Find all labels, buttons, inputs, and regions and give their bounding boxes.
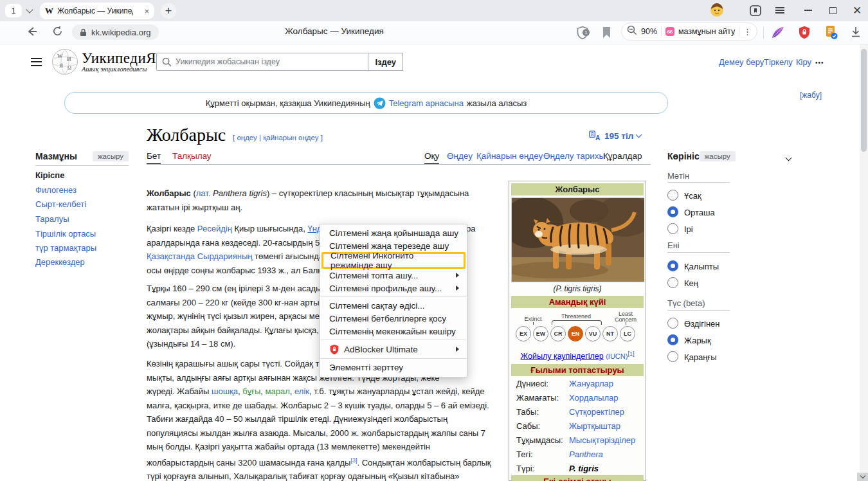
menu-open-new-window[interactable]: Сілтемені жаңа терезеде ашу: [320, 239, 467, 252]
browser-menu-button[interactable]: [769, 0, 791, 21]
family-link[interactable]: Мысықтәрізділер: [569, 435, 635, 445]
iucn-ex[interactable]: EX: [516, 326, 531, 341]
downloads-button[interactable]: [850, 26, 862, 41]
iucn-lc[interactable]: LC: [620, 326, 635, 341]
tab-read[interactable]: Оқу: [424, 151, 439, 164]
zoom-level[interactable]: 90%: [641, 27, 657, 36]
radio-color-light[interactable]: [667, 334, 678, 345]
yandex-extension-button[interactable]: [771, 26, 784, 42]
inline-link[interactable]: [3]: [350, 457, 357, 464]
wiki-wordmark[interactable]: УикипедиЯ Ашық энциклопедиясы: [82, 50, 156, 73]
menu-open-new-tab[interactable]: Сілтемені жаңа қойыншада ашу: [320, 226, 467, 239]
appearance-hide-button[interactable]: жасыру: [700, 151, 736, 161]
toc-hide-button[interactable]: жасыру: [93, 151, 129, 161]
radio-width-standard[interactable]: [667, 260, 678, 271]
document-extension-button[interactable]: [824, 25, 838, 42]
toc-item-habitat[interactable]: Тіршілік ортасы: [35, 229, 96, 239]
read-aloud-button[interactable]: мазмұнын айту: [678, 27, 735, 36]
menu-open-in-profile[interactable]: Сілтемені профильде ашу...: [320, 282, 467, 295]
inline-link[interactable]: Ресейдің: [197, 224, 232, 233]
endangered-link[interactable]: Жойылу қаупіндегілер: [521, 352, 604, 361]
radio-color-auto[interactable]: [667, 318, 678, 329]
profile-avatar[interactable]: [706, 0, 728, 21]
login-link[interactable]: Кіру: [796, 57, 811, 67]
tab-counter-badge[interactable]: 1: [5, 4, 22, 17]
tab-panel-button[interactable]: [745, 0, 766, 21]
inline-link[interactable]: шошқа: [212, 386, 238, 396]
inline-link[interactable]: Қазақстанда: [147, 251, 195, 261]
menu-save-link-as[interactable]: Сілтемені сақтау әдісі...: [320, 299, 467, 312]
back-button[interactable]: [26, 25, 39, 41]
header-more-icon[interactable]: •••: [815, 59, 824, 66]
donate-link[interactable]: Демеу беру: [719, 57, 764, 67]
inline-link[interactable]: Сырдарияның: [197, 251, 253, 261]
radio-label-small[interactable]: Ұсақ: [684, 191, 701, 201]
register-link[interactable]: Тіркелу: [764, 57, 793, 67]
scrollbar-down-button[interactable]: [857, 473, 868, 481]
restore-button[interactable]: [822, 0, 844, 21]
radio-label-standard[interactable]: Орташа: [684, 208, 715, 217]
class-link[interactable]: Сүтқоректілер: [569, 407, 624, 417]
radio-width-wide[interactable]: [667, 277, 678, 288]
new-tab-button[interactable]: +: [161, 3, 176, 19]
language-selector[interactable]: A 195 тіл: [589, 131, 641, 141]
kingdom-link[interactable]: Жануарлар: [569, 379, 613, 388]
close-window-button[interactable]: ✕: [846, 0, 868, 21]
iucn-vu[interactable]: VU: [585, 326, 601, 341]
tab-page[interactable]: Бет: [147, 151, 161, 164]
search-input[interactable]: [172, 57, 368, 66]
tab-history[interactable]: Өңделу тарихы: [543, 151, 605, 161]
toc-item-phylogeny[interactable]: Филогенез: [35, 185, 77, 195]
browser-tab[interactable]: W Жолбарыс — Уикипеди ×: [40, 3, 154, 19]
toc-item-appearance[interactable]: Сырт-келбеті: [35, 199, 86, 209]
menu-open-in-group[interactable]: Сілтемені топта ашу...: [320, 269, 467, 282]
menu-copy-link-address[interactable]: Сілтеменің мекенжайын көшіру: [320, 325, 467, 338]
inline-link[interactable]: марал: [266, 386, 290, 396]
radio-label-color-light[interactable]: Жарық: [684, 336, 711, 345]
tab-edit[interactable]: Өңдеу: [447, 151, 473, 161]
menu-inspect-element[interactable]: Элементті зерттеу: [320, 361, 467, 374]
radio-label-width-wide[interactable]: Кең: [684, 278, 698, 288]
banner-close-link[interactable]: [жабу]: [800, 91, 822, 100]
tab-list-chevron-icon[interactable]: [26, 6, 33, 13]
menu-adblocker-ultimate[interactable]: AdBlocker Ultimate: [320, 342, 467, 356]
radio-label-color-dark[interactable]: Қараңғы: [684, 352, 717, 362]
iucn-cr[interactable]: CR: [550, 326, 566, 341]
tab-edit-source[interactable]: Қайнарын өңдеу: [476, 151, 543, 161]
adblocker-extension-button[interactable]: [798, 26, 811, 42]
iucn-ew[interactable]: EW: [533, 326, 548, 341]
radio-label-width-standard[interactable]: Қалыпты: [684, 262, 719, 271]
order-link[interactable]: Жыртқыштар: [569, 421, 620, 431]
radio-text-small[interactable]: [667, 190, 678, 201]
radio-text-standard[interactable]: [667, 206, 678, 217]
iucn-en-active[interactable]: EN: [568, 326, 583, 341]
toc-item-distribution[interactable]: Таралуы: [35, 214, 69, 224]
menu-open-incognito[interactable]: Сілтемені Инкогнито режимінде ашу: [321, 252, 466, 269]
radio-label-large[interactable]: Ірі: [684, 224, 693, 234]
minimize-button[interactable]: [797, 0, 819, 21]
tab-close-icon[interactable]: ×: [144, 7, 149, 15]
genus-link[interactable]: Panthera: [569, 449, 603, 459]
toc-item-intro[interactable]: Кіріспе: [35, 170, 64, 180]
radio-label-color-auto[interactable]: Өздігінен: [684, 319, 719, 329]
scrollbar-thumb[interactable]: [861, 49, 867, 152]
menu-add-bookmark[interactable]: Сілтемені бетбелгілерге қосу: [320, 312, 467, 325]
inline-link[interactable]: лат.: [196, 188, 211, 198]
iucn-nt[interactable]: NT: [602, 326, 618, 341]
radio-color-dark[interactable]: [667, 351, 678, 362]
toc-item-subspecies[interactable]: түр тармақтары: [35, 243, 96, 253]
inline-link[interactable]: елік: [294, 386, 309, 396]
reload-button[interactable]: [51, 25, 64, 40]
status-ref[interactable]: [1]: [628, 350, 634, 357]
tab-tools[interactable]: Құралдар: [603, 151, 642, 161]
iucn-suffix[interactable]: (IUCN): [606, 352, 628, 360]
more-options-icon[interactable]: ⋮: [743, 27, 752, 37]
inline-link[interactable]: бұғы: [242, 386, 260, 396]
tab-talk[interactable]: Талқылау: [172, 151, 212, 161]
zoom-out-button[interactable]: [627, 25, 637, 38]
phylum-link[interactable]: Хордалылар: [569, 393, 618, 403]
wiki-menu-button[interactable]: [31, 55, 42, 68]
tiger-photo[interactable]: [511, 197, 644, 282]
title-edit-links[interactable]: [ өңдеу | қайнарын өңдеу ]: [233, 134, 323, 141]
address-bar[interactable]: kk.wikipedia.org: [72, 24, 159, 40]
